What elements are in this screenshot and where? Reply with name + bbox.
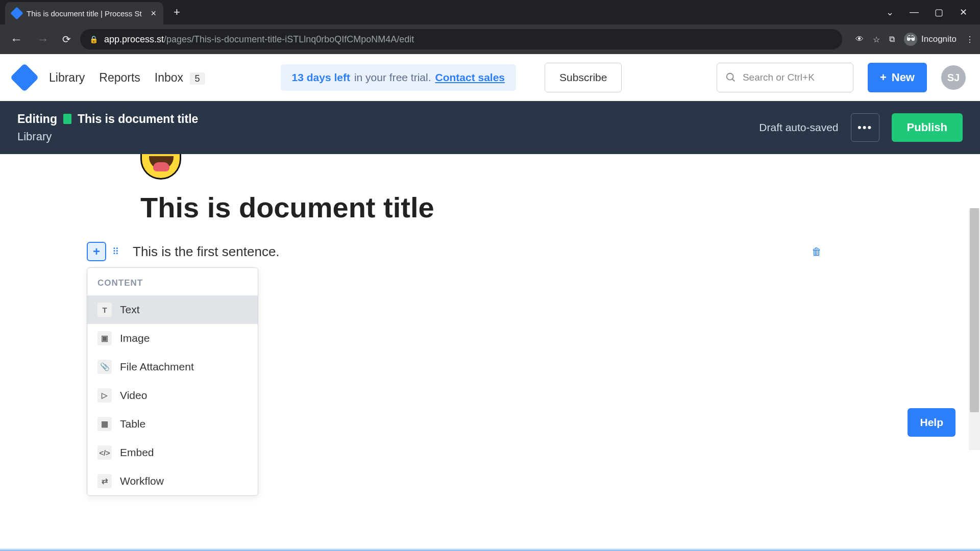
vertical-scrollbar[interactable] (969, 208, 980, 450)
user-avatar[interactable]: SJ (941, 65, 966, 90)
svg-point-0 (727, 73, 733, 80)
drag-handle-icon[interactable]: ⠿ (112, 246, 121, 257)
video-icon: ▷ (97, 388, 112, 403)
browser-tab-strip: This is document title | Process St × + … (0, 0, 980, 24)
nav-forward-icon[interactable]: → (33, 32, 53, 46)
autosave-status: Draft auto-saved (759, 121, 838, 134)
inbox-count-badge: 5 (190, 72, 205, 85)
lock-icon: 🔒 (89, 35, 98, 43)
breadcrumb[interactable]: Library (17, 130, 198, 143)
table-icon: ▦ (97, 417, 112, 431)
content-menu-item-label: Video (120, 389, 147, 402)
page-emoji-icon[interactable] (140, 154, 181, 180)
content-menu-item-label: Embed (120, 446, 154, 459)
add-block-button[interactable]: + (87, 242, 106, 261)
subscribe-button[interactable]: Subscribe (545, 63, 622, 92)
content-menu-item-text[interactable]: T Text (87, 295, 258, 324)
trial-days-left: 13 days left (292, 71, 350, 84)
content-block-row: + ⠿ This is the first sentence. 🗑 (87, 242, 822, 261)
contact-sales-link[interactable]: Contact sales (435, 71, 505, 84)
embed-icon: </> (97, 445, 112, 460)
image-icon: ▣ (97, 331, 112, 345)
page-title[interactable]: This is document title (140, 191, 434, 224)
search-icon (725, 72, 737, 83)
content-menu-header: CONTENT (87, 268, 258, 295)
browser-tab[interactable]: This is document title | Process St × (5, 2, 163, 24)
content-menu-item-label: Workflow (120, 475, 164, 487)
eye-off-icon[interactable]: 👁 (855, 35, 864, 44)
nav-inbox-label: Inbox (155, 71, 183, 84)
content-menu-item-image[interactable]: ▣ Image (87, 324, 258, 353)
window-minimize-icon[interactable]: ― (910, 7, 919, 18)
content-menu-item-file[interactable]: 📎 File Attachment (87, 353, 258, 381)
app-header: Library Reports Inbox 5 13 days left in … (0, 54, 980, 101)
extensions-icon[interactable]: ⧉ (889, 35, 895, 44)
url-path: /pages/This-is-document-title-iSTLlnq0rb… (164, 34, 414, 44)
nav-reports[interactable]: Reports (99, 71, 140, 85)
editor-canvas: This is document title + ⠿ This is the f… (0, 154, 980, 450)
tabs-dropdown-icon[interactable]: ⌄ (885, 7, 894, 18)
url-text: app.process.st/pages/This-is-document-ti… (104, 34, 414, 45)
block-text[interactable]: This is the first sentence. (133, 244, 280, 260)
tab-favicon (10, 7, 23, 19)
delete-block-icon[interactable]: 🗑 (812, 246, 822, 258)
new-button-label: New (892, 71, 915, 84)
content-menu-item-workflow[interactable]: ⇄ Workflow (87, 467, 258, 495)
url-domain: app.process.st (104, 34, 164, 44)
content-menu-item-label: Text (120, 304, 140, 316)
nav-inbox[interactable]: Inbox 5 (155, 71, 205, 85)
text-icon: T (97, 303, 112, 317)
publish-button[interactable]: Publish (892, 113, 963, 142)
more-actions-button[interactable]: ••• (851, 113, 879, 142)
editing-mode-label: Editing (17, 112, 57, 126)
trial-banner: 13 days left in your free trial. Contact… (281, 64, 517, 91)
content-menu-item-table[interactable]: ▦ Table (87, 410, 258, 438)
new-tab-button[interactable]: + (174, 6, 180, 19)
tab-close-icon[interactable]: × (151, 8, 156, 19)
tab-title: This is document title | Process St (27, 9, 145, 18)
scrollbar-thumb[interactable] (970, 208, 979, 412)
nav-back-icon[interactable]: ← (6, 32, 27, 46)
search-placeholder: Search or Ctrl+K (743, 72, 815, 83)
incognito-icon: 🕶 (904, 33, 917, 46)
taskbar-edge (0, 548, 980, 551)
incognito-badge: 🕶 Incognito (904, 33, 957, 46)
window-controls: ⌄ ― ▢ ✕ (885, 7, 980, 18)
editing-bar: Editing This is document title Library D… (0, 101, 980, 154)
document-file-icon (63, 114, 71, 124)
incognito-label: Incognito (921, 34, 957, 44)
editing-doc-title: This is document title (78, 112, 198, 126)
content-menu-item-label: Table (120, 418, 145, 430)
window-close-icon[interactable]: ✕ (959, 7, 968, 18)
content-menu-item-embed[interactable]: </> Embed (87, 438, 258, 467)
trial-text: in your free trial. (354, 71, 431, 84)
content-type-menu: CONTENT T Text ▣ Image 📎 File Attachment… (87, 267, 258, 496)
nav-library[interactable]: Library (49, 71, 85, 85)
browser-menu-icon[interactable]: ⋮ (966, 35, 974, 44)
content-menu-item-video[interactable]: ▷ Video (87, 381, 258, 410)
plus-icon: + (880, 71, 887, 84)
bookmark-star-icon[interactable]: ☆ (873, 35, 880, 44)
url-bar[interactable]: 🔒 app.process.st/pages/This-is-document-… (80, 29, 842, 49)
search-input[interactable]: Search or Ctrl+K (717, 63, 853, 92)
svg-line-1 (732, 79, 735, 82)
window-maximize-icon[interactable]: ▢ (934, 7, 943, 18)
workflow-icon: ⇄ (97, 474, 112, 488)
content-menu-item-label: File Attachment (120, 361, 194, 373)
app-logo[interactable] (10, 63, 39, 92)
content-menu-item-label: Image (120, 332, 150, 344)
new-button[interactable]: + New (868, 63, 927, 92)
browser-toolbar: ← → ⟳ 🔒 app.process.st/pages/This-is-doc… (0, 24, 980, 54)
help-button[interactable]: Help (908, 408, 955, 437)
reload-icon[interactable]: ⟳ (59, 33, 74, 45)
attachment-icon: 📎 (97, 360, 112, 374)
